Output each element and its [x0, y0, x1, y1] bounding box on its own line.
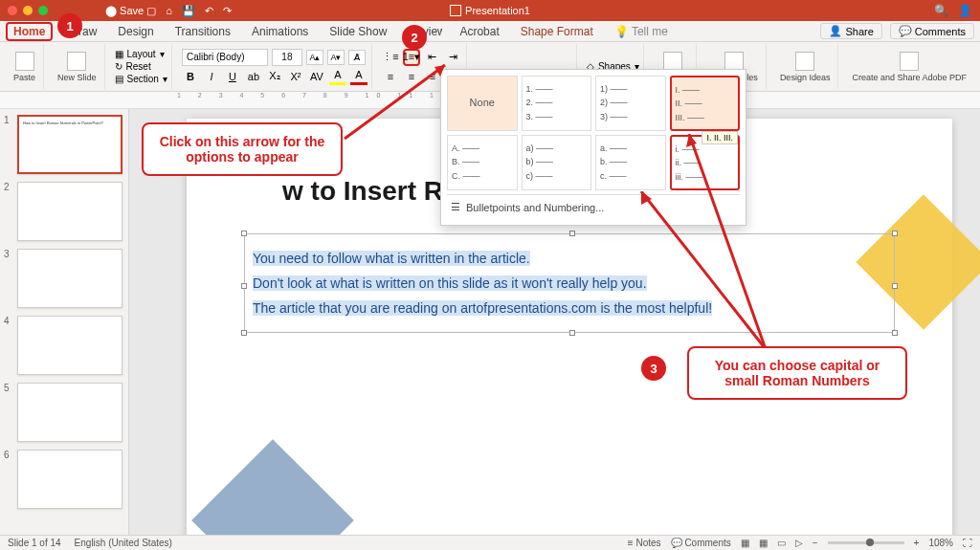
slideshow-view-icon[interactable]: ▷	[795, 538, 803, 548]
user-icon[interactable]: 👤	[958, 4, 972, 17]
tab-acrobat[interactable]: Acrobat	[456, 23, 502, 40]
home-icon[interactable]: ⌂	[166, 5, 172, 17]
callout-3: You can choose capital or small Roman Nu…	[687, 346, 907, 400]
adobe-pdf-button[interactable]: Create and Share Adobe PDF	[848, 50, 970, 84]
numbering-numeric-dot[interactable]: 1. ——2. ——3. ——	[522, 76, 592, 131]
blue-decoration	[191, 439, 354, 535]
zoom-in[interactable]: +	[914, 538, 920, 548]
clear-format[interactable]: A̸	[348, 50, 366, 65]
slide-thumbnails: 1How to Insert Roman Numerals in PowerPo…	[0, 109, 129, 535]
tab-animations[interactable]: Animations	[248, 23, 312, 40]
decrease-indent[interactable]: ⇤	[424, 49, 441, 66]
doc-title: Presentation1	[450, 5, 530, 16]
comments-toggle[interactable]: 💬 Comments	[671, 538, 731, 548]
titlebar-right: 🔍 👤	[934, 4, 972, 17]
text-line-1[interactable]: You need to follow what is written in th…	[253, 251, 530, 266]
notes-toggle[interactable]: ≡ Notes	[628, 538, 661, 548]
window-controls	[8, 6, 48, 15]
zoom-level[interactable]: 108%	[928, 538, 953, 548]
underline-button[interactable]: U	[224, 68, 241, 85]
share-button[interactable]: 👤 Share	[820, 23, 881, 39]
callout-badge-2: 2	[402, 25, 427, 50]
comments-button[interactable]: 💬 Comments	[890, 23, 974, 39]
thumbnail-5[interactable]	[17, 383, 122, 442]
minimize-window[interactable]	[23, 6, 33, 15]
char-spacing[interactable]: AV	[308, 68, 325, 85]
subscript-button[interactable]: X₂	[266, 68, 283, 85]
increase-indent[interactable]: ⇥	[445, 49, 462, 66]
design-ideas-button[interactable]: Design Ideas	[776, 50, 835, 84]
numbering-none[interactable]: None	[447, 76, 518, 131]
status-bar: Slide 1 of 14 English (United States) ≡ …	[0, 535, 980, 550]
zoom-slider[interactable]	[828, 541, 904, 544]
font-name-select[interactable]	[182, 49, 268, 66]
sorter-view-icon[interactable]: ▦	[759, 538, 768, 548]
numbering-tooltip: I. II. III.	[702, 131, 738, 144]
tell-me[interactable]: 💡 Tell me	[611, 23, 672, 40]
powerpoint-icon	[450, 5, 461, 16]
numbering-alpha-lower-dot[interactable]: a. ——b. ——c. ——	[595, 135, 666, 190]
bullets-button[interactable]: ⋮≡	[382, 49, 399, 66]
thumbnail-6[interactable]	[17, 450, 122, 509]
search-icon[interactable]: 🔍	[934, 4, 948, 17]
tab-shape-format[interactable]: Shape Format	[517, 23, 597, 40]
section-button[interactable]: ▤ Section ▾	[115, 74, 167, 84]
align-left[interactable]: ≡	[382, 68, 399, 85]
callout-badge-1: 1	[57, 13, 82, 38]
increase-font[interactable]: A▴	[306, 50, 323, 65]
layout-button[interactable]: ▦ Layout ▾	[115, 49, 167, 59]
thumbnail-4[interactable]	[17, 316, 122, 375]
quick-access: ⬤ Save ▢ ⌂ 💾 ↶ ↷	[105, 5, 232, 17]
font-color-button[interactable]: A	[350, 68, 368, 85]
slide-counter: Slide 1 of 14	[8, 538, 61, 548]
numbering-dropdown: None 1. ——2. ——3. —— 1) ——2) ——3) —— I. …	[440, 69, 746, 226]
fit-to-window[interactable]: ⛶	[963, 538, 972, 548]
highlight-button[interactable]: A	[329, 68, 346, 85]
italic-button[interactable]: I	[203, 68, 220, 85]
tab-design[interactable]: Design	[114, 23, 157, 40]
bold-button[interactable]: B	[182, 68, 199, 85]
callout-1: Click on this arrow for the options to a…	[142, 122, 343, 176]
thumbnail-2[interactable]	[17, 182, 122, 241]
numbering-dropdown-button[interactable]: 1≡▾	[403, 49, 420, 66]
normal-view-icon[interactable]: ▦	[741, 538, 749, 548]
numbering-roman-upper[interactable]: I. ——II. ——III. ——	[670, 76, 741, 131]
bullets-numbering-dialog[interactable]: ☰ Bulletpoints and Numbering...	[447, 194, 740, 219]
undo-icon[interactable]: ↶	[205, 5, 213, 17]
strike-button[interactable]: ab	[245, 68, 262, 85]
numbering-alpha-upper[interactable]: A. ——B. ——C. ——	[447, 135, 518, 190]
numbering-alpha-lower-paren[interactable]: a) ——b) ——c) ——	[522, 135, 592, 190]
decrease-font[interactable]: A▾	[327, 50, 345, 65]
align-center[interactable]: ≡	[403, 68, 420, 85]
thumbnail-1[interactable]: How to Insert Roman Numerals in PowerPoi…	[17, 115, 122, 174]
tab-transitions[interactable]: Transitions	[171, 23, 234, 40]
zoom-out[interactable]: −	[813, 538, 818, 548]
thumbnail-3[interactable]	[17, 249, 122, 308]
tab-slideshow[interactable]: Slide Show	[325, 23, 390, 40]
text-line-2[interactable]: Don't look at what is written on this sl…	[253, 275, 647, 291]
superscript-button[interactable]: X²	[287, 68, 304, 85]
reading-view-icon[interactable]: ▭	[777, 538, 786, 548]
numbering-numeric-paren[interactable]: 1) ——2) ——3) ——	[595, 76, 666, 131]
font-size-select[interactable]	[272, 49, 302, 66]
close-window[interactable]	[8, 6, 17, 15]
ribbon-tabs: Home Draw Design Transitions Animations …	[0, 21, 980, 42]
align-right[interactable]: ≡	[424, 68, 441, 85]
new-slide-button[interactable]: New Slide	[54, 50, 100, 84]
autosave-toggle[interactable]: ⬤ Save ▢	[105, 5, 156, 17]
text-line-3[interactable]: The article that you are reading on arto…	[253, 300, 712, 316]
mac-titlebar: ⬤ Save ▢ ⌂ 💾 ↶ ↷ Presentation1 🔍 👤	[0, 0, 980, 21]
reset-button[interactable]: ↻ Reset	[115, 61, 167, 72]
maximize-window[interactable]	[38, 6, 48, 15]
paste-button[interactable]: Paste	[10, 50, 39, 84]
content-textbox[interactable]: You need to follow what is written in th…	[244, 233, 895, 333]
redo-icon[interactable]: ↷	[223, 5, 232, 17]
tab-home[interactable]: Home	[6, 22, 53, 41]
callout-badge-3: 3	[641, 356, 666, 381]
save-icon[interactable]: 💾	[182, 5, 195, 17]
language-indicator[interactable]: English (United States)	[75, 538, 172, 548]
